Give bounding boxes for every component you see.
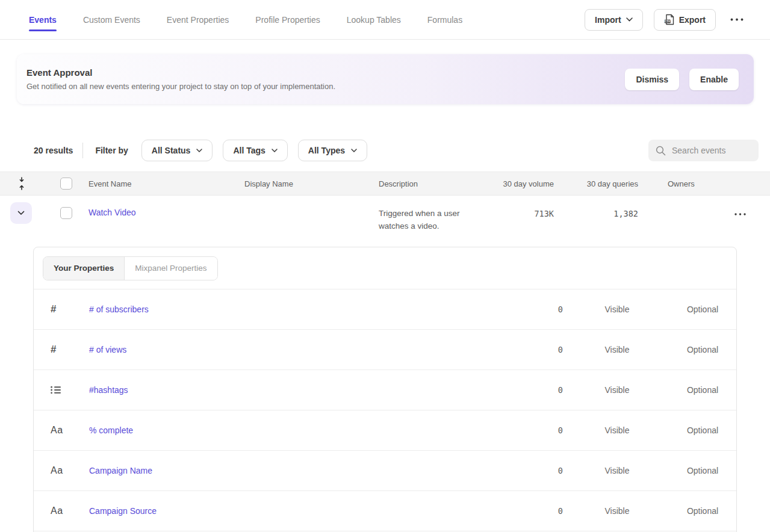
property-visibility[interactable]: Visible bbox=[563, 425, 671, 435]
property-query-count: 0 bbox=[558, 345, 563, 354]
event-queries: 1,382 bbox=[613, 209, 638, 218]
property-query-count: 0 bbox=[558, 385, 563, 395]
text-type-icon: Aa bbox=[34, 425, 89, 436]
text-type-icon: Aa bbox=[34, 506, 89, 516]
property-requirement[interactable]: Optional bbox=[671, 466, 736, 475]
top-nav: Events Custom Events Event Properties Pr… bbox=[0, 0, 770, 40]
property-visibility[interactable]: Visible bbox=[563, 466, 671, 475]
overflow-menu-button[interactable] bbox=[727, 16, 747, 23]
property-row: Aa % complete 0 Visible Optional bbox=[34, 410, 736, 451]
event-description: Triggered when a user watches a video. bbox=[379, 202, 481, 232]
header-description[interactable]: Description bbox=[379, 179, 494, 188]
ellipsis-icon bbox=[730, 18, 744, 21]
row-checkbox[interactable] bbox=[60, 207, 72, 219]
export-button-label: Export bbox=[679, 15, 706, 25]
status-filter-dropdown[interactable]: All Status bbox=[141, 140, 213, 161]
property-name-link[interactable]: Campaign Source bbox=[89, 506, 157, 516]
tab-custom-events[interactable]: Custom Events bbox=[83, 0, 140, 40]
types-filter-value: All Types bbox=[308, 146, 345, 155]
divider bbox=[82, 143, 83, 158]
property-name-link[interactable]: # of views bbox=[89, 345, 126, 354]
events-table-header: Event Name Display Name Description 30 d… bbox=[0, 172, 770, 196]
import-button-label: Import bbox=[595, 15, 621, 25]
property-visibility[interactable]: Visible bbox=[563, 506, 671, 516]
property-row: #hashtags 0 Visible Optional bbox=[34, 370, 736, 410]
banner-text: Event Approval Get notified on all new e… bbox=[26, 67, 335, 91]
tab-events[interactable]: Events bbox=[29, 0, 57, 40]
results-count: 20 results bbox=[34, 146, 73, 155]
event-approval-banner: Event Approval Get notified on all new e… bbox=[17, 54, 754, 104]
nav-tabs: Events Custom Events Event Properties Pr… bbox=[0, 0, 585, 40]
banner-description: Get notified on all new events entering … bbox=[26, 82, 335, 91]
number-type-icon: # bbox=[34, 303, 89, 315]
select-all-checkbox[interactable] bbox=[60, 178, 72, 190]
filter-bar: 20 results Filter by All Status All Tags… bbox=[34, 140, 759, 161]
csv-file-icon: CSV bbox=[664, 14, 674, 25]
tab-profile-properties[interactable]: Profile Properties bbox=[255, 0, 320, 40]
collapse-arrows-icon bbox=[18, 177, 25, 190]
properties-tabs: Your Properties Mixpanel Properties bbox=[34, 247, 736, 289]
header-event-name[interactable]: Event Name bbox=[88, 179, 244, 188]
tab-your-properties[interactable]: Your Properties bbox=[43, 257, 125, 280]
property-visibility[interactable]: Visible bbox=[563, 345, 671, 354]
chevron-down-icon bbox=[351, 149, 357, 152]
list-type-icon bbox=[34, 386, 89, 394]
row-overflow-menu-button[interactable] bbox=[731, 211, 750, 218]
banner-title: Event Approval bbox=[26, 67, 335, 78]
chevron-down-icon bbox=[196, 149, 202, 152]
import-button[interactable]: Import bbox=[585, 9, 643, 31]
property-query-count: 0 bbox=[558, 425, 563, 435]
tags-filter-value: All Tags bbox=[233, 146, 265, 155]
search-events-box[interactable] bbox=[648, 140, 759, 161]
lexicon-page: Events Custom Events Event Properties Pr… bbox=[0, 0, 770, 532]
property-requirement[interactable]: Optional bbox=[671, 425, 736, 435]
dismiss-button[interactable]: Dismiss bbox=[625, 69, 679, 90]
property-requirement[interactable]: Optional bbox=[671, 305, 736, 314]
status-filter-value: All Status bbox=[152, 146, 191, 155]
chevron-down-icon bbox=[272, 149, 278, 152]
nav-actions: Import CSV Export bbox=[585, 9, 770, 31]
header-owners[interactable]: Owners bbox=[638, 179, 710, 188]
property-query-count: 0 bbox=[558, 466, 563, 475]
chevron-down-icon bbox=[17, 211, 25, 215]
tags-filter-dropdown[interactable]: All Tags bbox=[223, 140, 287, 161]
property-row: Aa Campaign Name 0 Visible Optional bbox=[34, 451, 736, 491]
property-name-link[interactable]: % complete bbox=[89, 425, 133, 435]
property-name-link[interactable]: #hashtags bbox=[89, 385, 128, 395]
property-requirement[interactable]: Optional bbox=[671, 385, 736, 395]
tab-lookup-tables[interactable]: Lookup Tables bbox=[347, 0, 401, 40]
tab-formulas[interactable]: Formulas bbox=[427, 0, 462, 40]
property-query-count: 0 bbox=[558, 506, 563, 516]
header-display-name[interactable]: Display Name bbox=[244, 179, 379, 188]
header-queries[interactable]: 30 day queries bbox=[554, 179, 638, 188]
types-filter-dropdown[interactable]: All Types bbox=[298, 140, 367, 161]
property-name-link[interactable]: Campaign Name bbox=[89, 466, 152, 475]
collapse-row-button[interactable] bbox=[10, 202, 32, 224]
search-icon bbox=[656, 146, 666, 156]
event-row-watch-video: Watch Video Triggered when a user watche… bbox=[0, 196, 770, 232]
header-volume[interactable]: 30 day volume bbox=[494, 179, 554, 188]
search-events-input[interactable] bbox=[672, 146, 750, 155]
text-type-icon: Aa bbox=[34, 465, 89, 476]
number-type-icon: # bbox=[34, 344, 89, 356]
property-visibility[interactable]: Visible bbox=[563, 385, 671, 395]
property-query-count: 0 bbox=[558, 305, 563, 314]
properties-panel: Your Properties Mixpanel Properties # # … bbox=[33, 247, 737, 532]
tab-mixpanel-properties[interactable]: Mixpanel Properties bbox=[125, 257, 217, 280]
svg-text:CSV: CSV bbox=[665, 20, 671, 23]
property-row: # # of views 0 Visible Optional bbox=[34, 330, 736, 370]
export-button[interactable]: CSV Export bbox=[654, 9, 716, 31]
property-requirement[interactable]: Optional bbox=[671, 345, 736, 354]
property-name-link[interactable]: # of subscribers bbox=[89, 305, 149, 314]
ellipsis-icon bbox=[734, 213, 746, 215]
collapse-all-button[interactable] bbox=[0, 177, 43, 190]
tab-event-properties[interactable]: Event Properties bbox=[167, 0, 229, 40]
enable-button[interactable]: Enable bbox=[689, 69, 739, 90]
properties-segmented-control: Your Properties Mixpanel Properties bbox=[43, 256, 218, 280]
event-volume: 713K bbox=[534, 209, 554, 218]
filter-by-label: Filter by bbox=[95, 146, 128, 155]
property-visibility[interactable]: Visible bbox=[563, 305, 671, 314]
property-requirement[interactable]: Optional bbox=[671, 506, 736, 516]
event-name-link[interactable]: Watch Video bbox=[88, 202, 136, 217]
chevron-down-icon bbox=[626, 17, 633, 22]
